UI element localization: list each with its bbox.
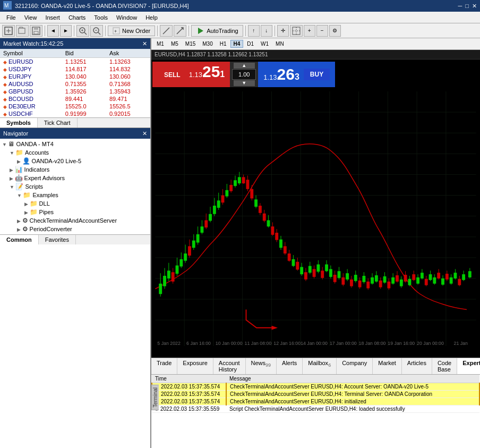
tab-experts[interactable]: Experts (457, 358, 480, 374)
arrow-btn[interactable] (174, 25, 186, 37)
tf-d1[interactable]: D1 (244, 40, 257, 48)
chart-area[interactable]: EURUSD,H4 1.12837 1.13258 1.12662 1.1325… (151, 50, 480, 358)
market-watch-row[interactable]: ◆EURUSD 1.13251 1.13263 (0, 58, 150, 66)
tab-mailbox[interactable]: Mailbox6 (303, 358, 337, 374)
tf-m15[interactable]: M15 (182, 40, 199, 48)
new-chart-btn[interactable] (2, 25, 15, 37)
zoom2-btn[interactable] (290, 25, 303, 37)
tf-h4[interactable]: H4 (230, 40, 244, 48)
tf-m1[interactable]: M1 (153, 40, 167, 48)
nav-tree-item-7[interactable]: ▶ 📁 DLL (0, 199, 150, 208)
tab-company[interactable]: Company (337, 358, 373, 374)
svg-rect-154 (383, 276, 387, 283)
candlestick-chart[interactable]: 5 Jan 2022 6 Jan 16:00 10 Jan 00:00 11 J… (151, 91, 480, 346)
minus-btn[interactable]: − (316, 25, 328, 37)
new-order-button[interactable]: + New Order (108, 26, 155, 36)
svg-rect-148 (371, 277, 374, 284)
terminal-side-label[interactable]: Terminal (151, 385, 159, 410)
nav-tree-item-4[interactable]: ▶ 🤖 Expert Advisors (0, 174, 150, 182)
nav-tree-item-2[interactable]: ▶ 👤 OANDA-v20 Live-5 (0, 157, 150, 165)
tf-mn[interactable]: MN (272, 40, 287, 48)
svg-rect-98 (267, 220, 270, 226)
tf-h1[interactable]: H1 (217, 40, 230, 48)
svg-rect-52 (172, 272, 175, 282)
svg-rect-116 (304, 272, 307, 280)
log-message: Script CheckTerminalAndAccountServer EUR… (226, 405, 479, 413)
nav-tree-item-8[interactable]: ▶ 📁 Pipes (0, 208, 150, 216)
market-watch-table: Symbol Bid Ask ◆EURUSD 1.13251 1.13263 ◆… (0, 49, 150, 117)
menu-tools[interactable]: Tools (90, 13, 112, 22)
tab-codebase[interactable]: Code Base (432, 358, 457, 374)
market-watch-row[interactable]: ◆GBPUSD 1.35926 1.35943 (0, 88, 150, 95)
nav-tab-favorites[interactable]: Favorites (39, 235, 76, 244)
zoom-in-btn[interactable] (76, 25, 89, 37)
svg-rect-136 (346, 273, 349, 280)
svg-text:14 Jan 00:00: 14 Jan 00:00 (301, 341, 328, 346)
buy-button[interactable]: BUY (304, 69, 330, 80)
tab-trade[interactable]: Trade (151, 358, 177, 374)
crosshair-btn[interactable]: ✛ (277, 25, 289, 37)
settings-btn[interactable]: ⚙ (329, 25, 341, 37)
tab-alerts[interactable]: Alerts (277, 358, 303, 374)
open-btn[interactable] (16, 25, 29, 37)
mw-tab-symbols[interactable]: Symbols (0, 118, 38, 128)
mw-close-btn[interactable]: ✕ (142, 40, 147, 47)
lot-up-btn[interactable]: ▲ (234, 63, 255, 69)
menu-file[interactable]: File (2, 13, 20, 22)
tab-news[interactable]: News99 (246, 358, 277, 374)
chart-svg: 5 Jan 2022 6 Jan 16:00 10 Jan 00:00 11 J… (151, 91, 480, 346)
line-btn[interactable] (160, 25, 173, 37)
nav-tree-item-1[interactable]: ▼ 📁 Accounts (0, 148, 150, 157)
tf-w1[interactable]: W1 (258, 40, 272, 48)
svg-rect-194 (468, 271, 472, 277)
tf-m5[interactable]: M5 (168, 40, 182, 48)
sell-button[interactable]: SELL (158, 69, 187, 81)
nav-tab-common[interactable]: Common (0, 235, 39, 244)
nav-close-btn[interactable]: ✕ (142, 130, 147, 137)
forward-btn[interactable]: ► (60, 25, 72, 37)
tab-articles[interactable]: Articles (402, 358, 432, 374)
zoom-out-btn[interactable] (90, 25, 103, 37)
tf-m30[interactable]: M30 (199, 40, 216, 48)
menu-charts[interactable]: Charts (64, 13, 90, 22)
signal-down-btn[interactable]: ↓ (261, 25, 272, 37)
tab-market[interactable]: Market (373, 358, 402, 374)
market-watch-row[interactable]: ◆EURJPY 130.040 130.060 (0, 73, 150, 80)
nav-tree-item-3[interactable]: ▶ 📊 Indicators (0, 165, 150, 174)
signal-btn[interactable]: ↑ (248, 25, 260, 37)
nav-tree-item-9[interactable]: ▶ ⚙ CheckTerminalAndAccountServer (0, 216, 150, 225)
menu-insert[interactable]: Insert (41, 13, 64, 22)
back-btn[interactable]: ◄ (47, 25, 59, 37)
svg-text:5 Jan 2022: 5 Jan 2022 (157, 341, 181, 346)
save-btn[interactable] (30, 25, 42, 37)
market-watch-row[interactable]: ◆AUDUSD 0.71355 0.71368 (0, 80, 150, 88)
tab-account-history[interactable]: Account History (213, 358, 246, 374)
lot-down-btn[interactable]: ▼ (234, 80, 255, 86)
maximize-btn[interactable]: □ (465, 3, 469, 9)
tab-exposure[interactable]: Exposure (177, 358, 213, 374)
svg-rect-106 (284, 246, 287, 253)
minimize-btn[interactable]: ─ (458, 3, 462, 9)
market-watch-row[interactable]: ◆BCOUSD 89.441 89.471 (0, 95, 150, 103)
svg-rect-180 (437, 273, 440, 278)
menu-help[interactable]: Help (141, 13, 162, 22)
menu-window[interactable]: Window (112, 13, 141, 22)
market-watch-row[interactable]: ◆USDJPY 114.817 114.832 (0, 65, 150, 73)
mw-symbol: ◆BCOUSD (0, 95, 62, 103)
menu-view[interactable]: View (20, 13, 41, 22)
plus-btn[interactable]: + (304, 25, 315, 37)
nav-tree-item-5[interactable]: ▼ 📝 Scripts (0, 182, 150, 191)
nav-tree-item-0[interactable]: ▼ 🖥 OANDA - MT4 (0, 140, 150, 148)
toolbar: ◄ ► + New Order AutoTrading ↑ ↓ ✛ (0, 23, 480, 38)
mw-symbol: ◆EURUSD (0, 58, 62, 66)
close-btn[interactable]: ✕ (472, 3, 477, 10)
market-watch-row[interactable]: ◆DE30EUR 15525.0 15526.5 (0, 103, 150, 110)
lot-input[interactable] (232, 69, 256, 80)
autotrading-button[interactable]: AutoTrading (191, 25, 243, 37)
nav-tree-item-6[interactable]: ▼ 📁 Examples (0, 191, 150, 199)
market-watch-row[interactable]: ◆USDCHF 0.91999 0.92015 (0, 110, 150, 117)
nav-tree-item-10[interactable]: ▶ ⚙ PeriodConverter (0, 225, 150, 233)
buy-prefix: 1.13 (263, 73, 277, 81)
mw-tab-tick-chart[interactable]: Tick Chart (38, 118, 78, 128)
svg-rect-78 (225, 190, 228, 197)
